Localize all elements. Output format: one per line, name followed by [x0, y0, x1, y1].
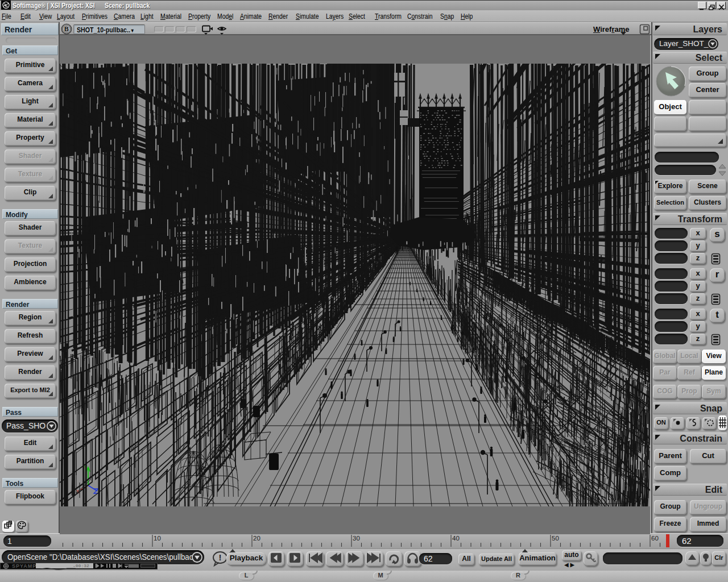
- svg-text:20: 20: [253, 535, 260, 542]
- svg-text:30: 30: [353, 535, 360, 542]
- svg-text:50: 50: [552, 535, 559, 542]
- svg-text:!: !: [219, 552, 222, 562]
- svg-text:40: 40: [452, 535, 460, 542]
- svg-text:60: 60: [651, 535, 659, 542]
- svg-text:B: B: [64, 26, 69, 32]
- svg-text:10: 10: [154, 535, 161, 542]
